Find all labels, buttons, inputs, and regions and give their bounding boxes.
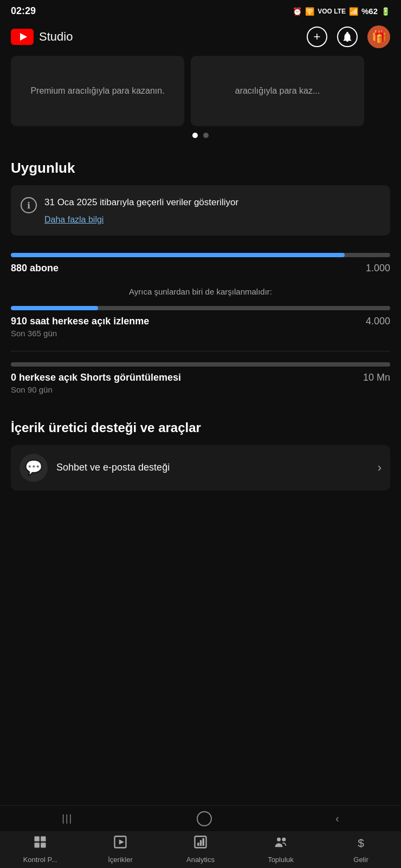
uygunluk-section: Uygunluk ℹ 31 Oca 2025 itibarıyla geçerl…	[0, 147, 401, 253]
tools-title: İçerik üretici desteği ve araçlar	[11, 420, 390, 435]
add-button[interactable]: +	[307, 27, 327, 47]
logo-area: Studio	[11, 29, 73, 45]
nav-label-analytics: Analytics	[186, 856, 215, 864]
bottom-spacer	[0, 499, 401, 586]
community-icon	[273, 834, 288, 853]
svg-rect-10	[200, 840, 202, 846]
watchhours-bar-wrap	[11, 306, 390, 310]
info-link[interactable]: Daha fazla bilgi	[44, 215, 238, 225]
dot-2	[203, 133, 209, 138]
chevron-right-icon: ›	[378, 461, 381, 475]
svg-rect-4	[35, 843, 40, 847]
battery-icon: 🔋	[381, 7, 390, 16]
chat-icon: 💬	[25, 459, 42, 476]
status-bar: 02:29 ⏰ 🛜 VOO LTE 📶 %62 🔋	[0, 0, 401, 20]
tool-label-support: Sohbet ve e-posta desteği	[56, 462, 369, 473]
chat-icon-wrap: 💬	[20, 454, 48, 482]
info-text: 31 Oca 2025 itibarıyla geçerli veriler g…	[44, 197, 238, 207]
shorts-bar-wrap	[11, 362, 390, 367]
signal-icon: 📶	[349, 7, 358, 16]
watchhours-bar-fill	[11, 306, 98, 310]
nav-item-dashboard[interactable]: Kontrol P...	[18, 834, 62, 864]
status-time: 02:29	[11, 5, 36, 17]
android-menu-btn[interactable]: |||	[62, 813, 73, 824]
nav-item-community[interactable]: Topluluk	[259, 834, 302, 864]
subscribers-progress: 880 abone 1.000	[11, 253, 390, 274]
subscribers-target: 1.000	[366, 263, 390, 274]
carousel-card-2[interactable]: aracılığıyla para kaz...	[191, 56, 364, 126]
app-header: Studio + 🎁	[0, 20, 401, 56]
status-icons: ⏰ 🛜 VOO LTE 📶 %62 🔋	[293, 6, 390, 16]
subscribers-current: 880 abone	[11, 263, 59, 274]
bottom-nav: Kontrol P... İçerikler Analytics	[0, 828, 401, 868]
tool-item-support[interactable]: 💬 Sohbet ve e-posta desteği ›	[11, 445, 390, 491]
svg-text:$: $	[358, 837, 364, 849]
watchhours-sub: Son 365 gün	[11, 329, 149, 338]
watchhours-progress: 910 saat herkese açık izlenme Son 365 gü…	[11, 306, 390, 338]
carousel-card-1[interactable]: Premium aracılığıyla para kazanın.	[11, 56, 184, 126]
studio-label: Studio	[39, 30, 73, 44]
svg-rect-3	[41, 837, 46, 841]
shorts-target: 10 Mn	[363, 372, 390, 383]
svg-rect-9	[197, 843, 199, 846]
svg-point-13	[282, 838, 286, 841]
shorts-labels: 0 herkese açık Shorts görüntülemesi Son …	[11, 372, 390, 394]
info-card: ℹ 31 Oca 2025 itibarıyla geçerli veriler…	[11, 185, 390, 236]
header-actions: + 🎁	[307, 25, 390, 48]
subscribers-bar-fill	[11, 253, 345, 257]
bell-icon	[341, 31, 353, 43]
watchhours-labels: 910 saat herkese açık izlenme Son 365 gü…	[11, 316, 390, 338]
divider-1	[11, 351, 390, 351]
battery-text: %62	[361, 6, 378, 16]
progress-section: 880 abone 1.000 Ayrıca şunlardan biri de…	[0, 253, 401, 394]
watchhours-target: 4.000	[366, 316, 390, 327]
shorts-sub: Son 90 gün	[11, 385, 181, 394]
subscribers-bar-wrap	[11, 253, 390, 257]
shorts-progress: 0 herkese açık Shorts görüntülemesi Son …	[11, 362, 390, 394]
alarm-icon: ⏰	[293, 7, 302, 16]
nav-label-dashboard: Kontrol P...	[23, 856, 57, 864]
svg-rect-11	[203, 838, 205, 846]
add-icon: +	[314, 30, 321, 44]
carousel-section: Premium aracılığıyla para kazanın. aracı…	[0, 56, 401, 147]
svg-rect-5	[41, 843, 46, 847]
shorts-current: 0 herkese açık Shorts görüntülemesi	[11, 372, 181, 383]
nav-label-revenue: Gelir	[353, 856, 368, 864]
revenue-icon: $	[353, 834, 368, 853]
info-content: 31 Oca 2025 itibarıyla geçerli veriler g…	[44, 196, 238, 225]
android-nav: ||| ‹	[0, 805, 401, 831]
lte-icon: VOO LTE	[318, 8, 346, 15]
analytics-icon	[193, 834, 208, 853]
svg-point-12	[277, 838, 281, 841]
wifi-icon: 🛜	[305, 7, 314, 16]
nav-item-revenue[interactable]: $ Gelir	[339, 834, 383, 864]
android-home-btn[interactable]	[197, 811, 212, 826]
svg-rect-2	[35, 837, 40, 841]
info-card-row: ℹ 31 Oca 2025 itibarıyla geçerli veriler…	[21, 196, 380, 225]
info-circle-icon: ℹ	[21, 197, 37, 213]
uygunluk-title: Uygunluk	[11, 160, 390, 177]
watchhours-left: 910 saat herkese açık izlenme Son 365 gü…	[11, 316, 149, 338]
avatar-emoji: 🎁	[372, 30, 386, 44]
nav-item-contents[interactable]: İçerikler	[99, 834, 142, 864]
svg-marker-7	[119, 839, 124, 844]
carousel-track: Premium aracılığıyla para kazanın. aracı…	[0, 56, 401, 126]
nav-label-contents: İçerikler	[108, 856, 133, 864]
tools-section: İçerik üretici desteği ve araçlar 💬 Sohb…	[0, 407, 401, 499]
contents-icon	[113, 834, 128, 853]
nav-item-analytics[interactable]: Analytics	[179, 834, 222, 864]
also-text: Ayrıca şunlardan biri de karşılanmalıdır…	[11, 287, 390, 296]
youtube-logo	[11, 29, 34, 45]
android-back-btn[interactable]: ‹	[335, 812, 339, 825]
dot-1	[192, 133, 198, 138]
subscribers-labels: 880 abone 1.000	[11, 263, 390, 274]
watchhours-current: 910 saat herkese açık izlenme	[11, 316, 149, 327]
avatar-button[interactable]: 🎁	[367, 25, 390, 48]
carousel-dots	[0, 133, 401, 138]
nav-label-community: Topluluk	[268, 856, 294, 864]
shorts-left: 0 herkese açık Shorts görüntülemesi Son …	[11, 372, 181, 394]
notification-button[interactable]	[337, 27, 358, 47]
dashboard-icon	[33, 834, 48, 853]
